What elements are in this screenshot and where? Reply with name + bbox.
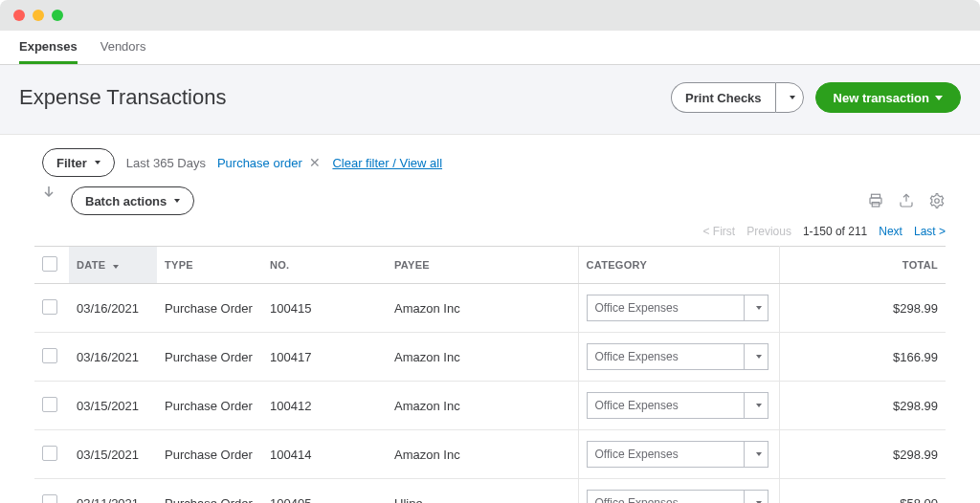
category-select-toggle[interactable] (744, 295, 768, 321)
cell-no: 100417 (262, 333, 387, 382)
table-row[interactable]: 03/16/2021Purchase Order100417Amazon Inc… (34, 333, 946, 382)
collapse-arrow-icon[interactable] (42, 185, 56, 205)
filter-chip-purchase-order[interactable]: Purchase order (217, 156, 302, 170)
col-header-total[interactable]: TOTAL (779, 247, 946, 284)
chevron-down-icon (756, 355, 762, 359)
pagination-bar: < First Previous 1-150 of 211 Next Last … (0, 221, 980, 246)
svg-rect-2 (872, 203, 880, 208)
print-icon[interactable] (867, 192, 884, 209)
export-icon[interactable] (898, 192, 915, 209)
category-select-value: Office Expenses (587, 343, 744, 370)
batch-actions-button[interactable]: Batch actions (71, 186, 194, 215)
clear-filter-link[interactable]: Clear filter / View all (332, 156, 442, 170)
category-select[interactable]: Office Expenses (587, 490, 768, 503)
chevron-down-icon (790, 96, 795, 99)
chevron-down-icon (935, 96, 943, 100)
row-checkbox[interactable] (42, 494, 57, 504)
cell-no: 100414 (262, 430, 387, 479)
cell-payee: Amazon Inc (387, 382, 578, 430)
page-last[interactable]: Last > (914, 225, 946, 238)
svg-point-3 (935, 199, 940, 204)
col-header-type[interactable]: TYPE (157, 247, 262, 284)
table-row[interactable]: 03/15/2021Purchase Order100414Amazon Inc… (34, 430, 946, 479)
page-first: < First (703, 225, 736, 238)
cell-date: 03/16/2021 (69, 284, 157, 333)
col-header-no[interactable]: NO. (262, 247, 387, 284)
cell-payee: Amazon Inc (387, 284, 578, 333)
minimize-window-icon[interactable] (33, 10, 44, 21)
category-select-toggle[interactable] (744, 343, 768, 370)
cell-no: 100415 (262, 284, 387, 333)
table-header-row: DATE TYPE NO. PAYEE CATEGORY TOTAL (34, 247, 946, 284)
cell-no: 100405 (262, 479, 387, 504)
category-select[interactable]: Office Expenses (587, 392, 768, 419)
remove-filter-chip-icon[interactable]: ✕ (309, 155, 321, 170)
cell-type: Purchase Order (157, 479, 262, 504)
cell-date: 03/15/2021 (69, 430, 157, 479)
cell-type: Purchase Order (157, 284, 262, 333)
cell-category: Office Expenses (578, 430, 779, 479)
cell-date: 03/15/2021 (69, 382, 157, 430)
print-checks-dropdown[interactable] (775, 82, 804, 113)
page-next[interactable]: Next (879, 225, 902, 238)
col-header-date[interactable]: DATE (69, 247, 157, 284)
col-header-category[interactable]: CATEGORY (578, 247, 779, 284)
page-title: Expense Transactions (19, 85, 671, 110)
row-checkbox[interactable] (42, 397, 57, 412)
table-row[interactable]: 03/11/2021Purchase Order100405UlineOffic… (34, 479, 946, 504)
batch-actions-label: Batch actions (85, 194, 167, 208)
page-header: Expense Transactions Print Checks New tr… (0, 65, 980, 135)
category-select-toggle[interactable] (744, 392, 768, 419)
cell-type: Purchase Order (157, 430, 262, 479)
filter-button[interactable]: Filter (42, 148, 115, 177)
col-header-payee[interactable]: PAYEE (387, 247, 578, 284)
table-row[interactable]: 03/16/2021Purchase Order100415Amazon Inc… (34, 284, 946, 333)
page-previous: Previous (746, 225, 791, 238)
tab-vendors[interactable]: Vendors (100, 31, 146, 64)
chevron-down-icon (95, 161, 100, 164)
select-all-checkbox[interactable] (42, 256, 57, 272)
new-transaction-button[interactable]: New transaction (815, 82, 961, 113)
category-select[interactable]: Office Expenses (587, 441, 768, 468)
category-select-toggle[interactable] (744, 490, 768, 503)
close-window-icon[interactable] (13, 10, 25, 21)
cell-payee: Uline (387, 479, 578, 504)
settings-gear-icon[interactable] (928, 192, 946, 209)
tab-expenses[interactable]: Expenses (19, 31, 78, 64)
cell-no: 100412 (262, 382, 387, 430)
cell-total: $298.99 (779, 284, 946, 333)
filter-range-text: Last 365 Days (126, 156, 206, 170)
cell-category: Office Expenses (578, 382, 779, 430)
chevron-down-icon (756, 306, 762, 310)
window-traffic-lights (0, 0, 980, 31)
category-select-value: Office Expenses (587, 441, 744, 468)
cell-payee: Amazon Inc (387, 333, 578, 382)
table-row[interactable]: 03/15/2021Purchase Order100412Amazon Inc… (34, 382, 946, 430)
row-checkbox[interactable] (42, 348, 57, 363)
cell-total: $166.99 (779, 333, 946, 382)
maximize-window-icon[interactable] (52, 10, 63, 21)
cell-category: Office Expenses (578, 479, 779, 504)
print-checks-button[interactable]: Print Checks (671, 82, 774, 113)
cell-category: Office Expenses (578, 333, 779, 382)
transactions-table: DATE TYPE NO. PAYEE CATEGORY TOTAL 03/16… (34, 246, 946, 503)
chevron-down-icon (174, 199, 180, 203)
col-header-date-label: DATE (77, 259, 105, 271)
category-select-toggle[interactable] (744, 441, 768, 468)
chevron-down-icon (756, 404, 762, 407)
print-checks-split-button[interactable]: Print Checks (671, 82, 803, 113)
category-select[interactable]: Office Expenses (587, 343, 768, 370)
cell-total: $298.99 (779, 430, 946, 479)
filter-label: Filter (56, 156, 87, 170)
cell-payee: Amazon Inc (387, 430, 578, 479)
category-select-value: Office Expenses (587, 490, 744, 503)
cell-category: Office Expenses (578, 284, 779, 333)
category-select-value: Office Expenses (587, 392, 744, 419)
row-checkbox[interactable] (42, 299, 57, 315)
row-checkbox[interactable] (42, 446, 57, 461)
new-transaction-label: New transaction (834, 91, 929, 105)
category-select[interactable]: Office Expenses (587, 295, 768, 321)
sort-desc-icon (113, 265, 119, 269)
chevron-down-icon (756, 452, 762, 456)
cell-total: $298.99 (779, 382, 946, 430)
